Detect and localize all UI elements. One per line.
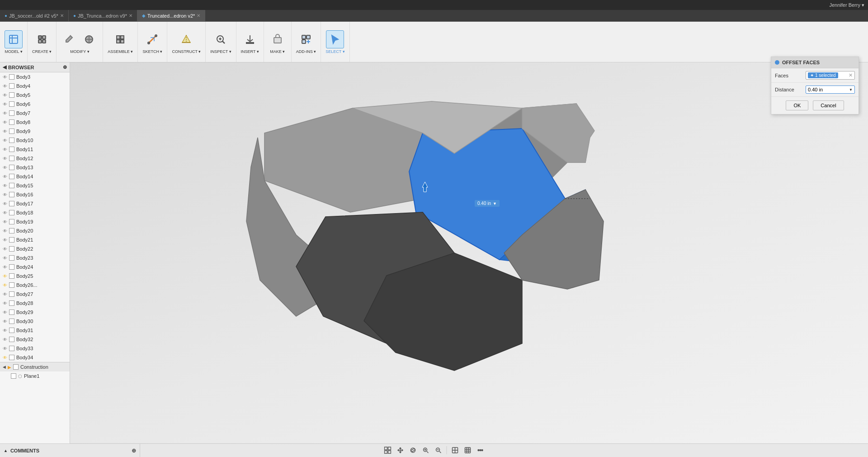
- tab-1[interactable]: ● JB_soccer...old #2 v5* ✕: [0, 10, 69, 22]
- sidebar-item-plane1[interactable]: ⬡ Plane1: [0, 371, 70, 381]
- checkbox-body21[interactable]: [9, 237, 14, 243]
- sidebar-item-body22[interactable]: 👁 Body22: [0, 244, 70, 253]
- checkbox-body29[interactable]: [9, 309, 14, 315]
- addins-button[interactable]: [297, 30, 315, 48]
- sidebar-item-body10[interactable]: 👁 Body10: [0, 136, 70, 145]
- checkbox-body22[interactable]: [9, 246, 14, 252]
- checkbox-body8[interactable]: [9, 119, 14, 125]
- sketch-label[interactable]: SKETCH ▾: [142, 49, 162, 54]
- model-button[interactable]: [5, 30, 23, 48]
- insert-label[interactable]: INSERT ▾: [241, 49, 259, 54]
- addins-label[interactable]: ADD-INS ▾: [296, 49, 316, 54]
- sidebar-item-body29[interactable]: 👁 Body29: [0, 308, 70, 317]
- distance-input[interactable]: 0.40 in ▼: [806, 86, 855, 94]
- sidebar-item-body26[interactable]: 👁 Body26...: [0, 281, 70, 290]
- make-button[interactable]: [269, 30, 287, 48]
- checkbox-body26[interactable]: [9, 282, 14, 288]
- checkbox-body17[interactable]: [9, 201, 14, 206]
- checkbox-body31[interactable]: [9, 328, 14, 333]
- faces-value-field[interactable]: ✦ 1 selected ✕: [806, 71, 855, 80]
- sidebar-item-body5[interactable]: 👁 Body5: [0, 90, 70, 100]
- checkbox-body30[interactable]: [9, 319, 14, 324]
- ok-button[interactable]: OK: [786, 100, 808, 110]
- create-label[interactable]: CREATE ▾: [32, 49, 52, 54]
- inspect-button[interactable]: [212, 30, 230, 48]
- sidebar-item-body25[interactable]: 👁 Body25: [0, 271, 70, 281]
- comments-pin-icon[interactable]: ⊕: [132, 447, 136, 454]
- checkbox-body16[interactable]: [9, 192, 14, 197]
- sidebar-item-body27[interactable]: 👁 Body27: [0, 290, 70, 299]
- sidebar-item-body13[interactable]: 👁 Body13: [0, 163, 70, 172]
- distance-dropdown-icon[interactable]: ▼: [849, 88, 853, 92]
- sidebar-item-body16[interactable]: 👁 Body16: [0, 190, 70, 199]
- sidebar-item-body18[interactable]: 👁 Body18: [0, 208, 70, 217]
- display-mode-icon[interactable]: [450, 445, 461, 456]
- sidebar-back-icon[interactable]: ◀: [3, 64, 6, 70]
- grid-display-icon[interactable]: [462, 445, 473, 456]
- checkbox-body19[interactable]: [9, 219, 14, 224]
- orbit-icon[interactable]: [408, 445, 419, 456]
- checkbox-body23[interactable]: [9, 255, 14, 261]
- user-label[interactable]: Jennifer Berry ▾: [829, 2, 864, 8]
- checkbox-plane1[interactable]: [11, 373, 16, 379]
- construction-checkbox[interactable]: [13, 364, 19, 370]
- inspect-label[interactable]: INSPECT ▾: [210, 49, 231, 54]
- construct-label[interactable]: CONSTRUCT ▾: [172, 49, 201, 54]
- checkbox-body34[interactable]: [9, 355, 14, 360]
- checkbox-body27[interactable]: [9, 291, 14, 297]
- checkbox-body9[interactable]: [9, 129, 14, 134]
- construction-expand-icon[interactable]: ◀: [3, 365, 6, 369]
- sketch-button[interactable]: [143, 30, 161, 48]
- tab-2-close[interactable]: ✕: [129, 13, 132, 18]
- pan-icon[interactable]: [395, 445, 406, 456]
- sidebar-item-body14[interactable]: 👁 Body14: [0, 172, 70, 181]
- cancel-button[interactable]: Cancel: [813, 100, 844, 110]
- sidebar-item-body28[interactable]: 👁 Body28: [0, 299, 70, 308]
- assemble-button[interactable]: [111, 30, 129, 48]
- more-options-icon[interactable]: [475, 445, 486, 456]
- checkbox-body7[interactable]: [9, 110, 14, 116]
- sidebar-item-body24[interactable]: 👁 Body24: [0, 262, 70, 271]
- sidebar-item-body7[interactable]: 👁 Body7: [0, 109, 70, 118]
- sidebar-pin-icon[interactable]: ⊕: [63, 64, 67, 70]
- sidebar-item-body33[interactable]: 👁 Body33: [0, 344, 70, 353]
- model-label[interactable]: MODEL ▾: [5, 49, 22, 54]
- checkbox-body18[interactable]: [9, 210, 14, 215]
- checkbox-body25[interactable]: [9, 273, 14, 279]
- sidebar-item-body34[interactable]: 👁 Body34: [0, 353, 70, 362]
- checkbox-body6[interactable]: [9, 101, 14, 107]
- modify-button-2[interactable]: [80, 30, 98, 48]
- sidebar-item-body6[interactable]: 👁 Body6: [0, 100, 70, 109]
- assemble-label[interactable]: ASSEMBLE ▾: [108, 49, 133, 54]
- dimension-tooltip[interactable]: 0.40 in ▼: [475, 200, 500, 207]
- sidebar-item-body11[interactable]: 👁 Body11: [0, 145, 70, 154]
- sidebar-item-body12[interactable]: 👁 Body12: [0, 154, 70, 163]
- checkbox-body13[interactable]: [9, 165, 14, 170]
- select-label[interactable]: SELECT ▾: [326, 49, 344, 54]
- tab-1-close[interactable]: ✕: [60, 13, 64, 18]
- sidebar-item-body21[interactable]: 👁 Body21: [0, 235, 70, 244]
- modify-label[interactable]: MODIFY ▾: [70, 49, 89, 54]
- sidebar-item-body3[interactable]: 👁 Body3: [0, 72, 70, 81]
- checkbox-body33[interactable]: [9, 346, 14, 351]
- zoom-out-icon[interactable]: [433, 445, 444, 456]
- modify-button-1[interactable]: [61, 30, 79, 48]
- checkbox-body32[interactable]: [9, 337, 14, 342]
- sidebar-item-body4[interactable]: 👁 Body4: [0, 81, 70, 90]
- sidebar-item-body15[interactable]: 👁 Body15: [0, 181, 70, 190]
- checkbox-body24[interactable]: [9, 264, 14, 270]
- checkbox-body14[interactable]: [9, 174, 14, 179]
- sidebar-item-body30[interactable]: 👁 Body30: [0, 317, 70, 326]
- checkbox-body3[interactable]: [9, 74, 14, 80]
- sidebar-item-body31[interactable]: 👁 Body31: [0, 326, 70, 335]
- checkbox-body5[interactable]: [9, 92, 14, 98]
- sidebar-item-body20[interactable]: 👁 Body20: [0, 226, 70, 235]
- checkbox-body28[interactable]: [9, 300, 14, 306]
- sidebar-item-body23[interactable]: 👁 Body23: [0, 253, 70, 262]
- tab-3-close[interactable]: ✕: [197, 13, 200, 18]
- zoom-in-icon[interactable]: [420, 445, 431, 456]
- checkbox-body10[interactable]: [9, 138, 14, 143]
- checkbox-body20[interactable]: [9, 228, 14, 233]
- tab-3[interactable]: ◆ Truncated...edron v2* ✕: [137, 10, 205, 22]
- insert-button[interactable]: [241, 30, 259, 48]
